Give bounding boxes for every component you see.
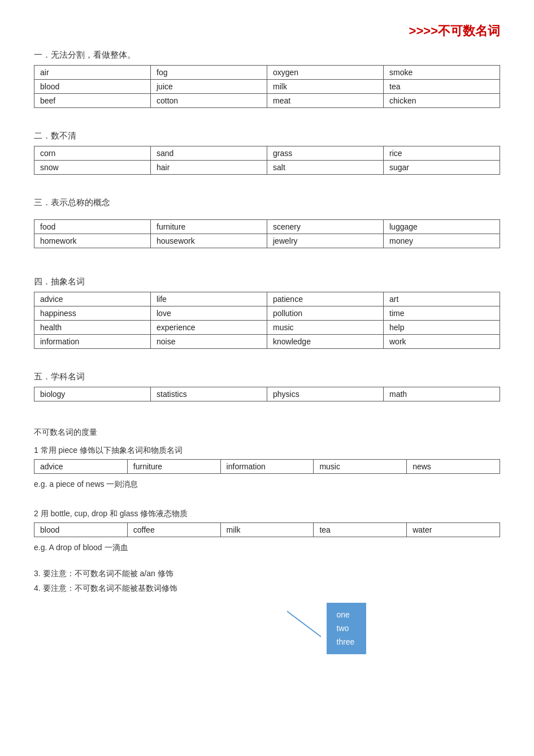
section5-heading: 五．学科名词: [34, 371, 500, 382]
table-cell: tea: [314, 523, 407, 537]
table-cell: health: [34, 321, 151, 335]
table-cell: food: [34, 220, 151, 234]
table-cell: smoke: [384, 66, 500, 80]
table-cell: juice: [151, 80, 267, 94]
table-cell: milk: [267, 80, 384, 94]
table-cell: love: [151, 306, 267, 321]
table-cell: furniture: [151, 220, 267, 234]
table-cell: corn: [34, 146, 151, 161]
table-cell: music: [314, 460, 407, 474]
arrow-box-container: onetwothree: [34, 603, 500, 654]
table-cell: oxygen: [267, 66, 384, 80]
section2-heading: 二．数不清: [34, 131, 500, 141]
table-cell: coffee: [127, 523, 220, 537]
measure-sub1-example: e.g. a piece of news 一则消息: [34, 479, 500, 490]
table-cell: life: [151, 292, 267, 306]
table-cell: grass: [267, 146, 384, 161]
measure-sub2-table: bloodcoffeemilkteawater: [34, 522, 500, 537]
table-cell: pollution: [267, 306, 384, 321]
section1-heading: 一．无法分割，看做整体。: [34, 50, 500, 61]
table-cell: knowledge: [267, 335, 384, 349]
table-cell: experience: [151, 321, 267, 335]
table-cell: happiness: [34, 306, 151, 321]
table-cell: furniture: [127, 460, 220, 474]
table-cell: meat: [267, 94, 384, 108]
section1-table: airfogoxygensmokebloodjuicemilkteabeefco…: [34, 65, 500, 108]
section3-table: foodfurnituresceneryluggagehomeworkhouse…: [34, 219, 500, 248]
table-cell: sugar: [384, 161, 500, 175]
table-cell: physics: [267, 387, 384, 401]
table-cell: biology: [34, 387, 151, 401]
table-cell: tea: [384, 80, 500, 94]
section3-heading: 三．表示总称的概念: [34, 197, 500, 208]
table-cell: sand: [151, 146, 267, 161]
table-cell: news: [407, 460, 500, 474]
measure-sub1-table: advicefurnitureinformationmusicnews: [34, 459, 500, 474]
box-item: two: [337, 622, 356, 636]
table-cell: art: [384, 292, 500, 306]
table-cell: luggage: [384, 220, 500, 234]
table-cell: water: [407, 523, 500, 537]
table-cell: beef: [34, 94, 151, 108]
table-cell: work: [384, 335, 500, 349]
table-cell: cotton: [151, 94, 267, 108]
section4-table: advicelifepatiencearthappinesslovepollut…: [34, 292, 500, 349]
table-cell: advice: [34, 460, 128, 474]
table-cell: snow: [34, 161, 151, 175]
box-item: one: [337, 608, 356, 622]
table-cell: information: [220, 460, 314, 474]
table-cell: music: [267, 321, 384, 335]
table-cell: statistics: [151, 387, 267, 401]
table-cell: milk: [220, 523, 314, 537]
measure-sub2-label: 2 用 bottle, cup, drop 和 glass 修饰液态物质: [34, 509, 500, 519]
measure-sub2-example: e.g. A drop of blood 一滴血: [34, 543, 500, 553]
table-cell: blood: [34, 80, 151, 94]
table-cell: advice: [34, 292, 151, 306]
table-cell: patience: [267, 292, 384, 306]
table-cell: scenery: [267, 220, 384, 234]
section5-table: biologystatisticsphysicsmath: [34, 387, 500, 401]
table-cell: money: [384, 234, 500, 248]
note3-text: 3. 要注意：不可数名词不能被 a/an 修饰: [34, 569, 500, 579]
section4-heading: 四．抽象名词: [34, 277, 500, 287]
table-cell: chicken: [384, 94, 500, 108]
numbered-box: onetwothree: [327, 603, 366, 654]
svg-line-0: [287, 611, 321, 637]
table-cell: time: [384, 306, 500, 321]
page-title: >>>>不可数名词: [34, 23, 500, 40]
table-cell: help: [384, 321, 500, 335]
table-cell: hair: [151, 161, 267, 175]
section2-table: cornsandgrassricesnowhairsaltsugar: [34, 146, 500, 175]
measure-heading: 不可数名词的度量: [34, 427, 500, 438]
table-cell: housework: [151, 234, 267, 248]
table-cell: blood: [34, 523, 128, 537]
table-cell: air: [34, 66, 151, 80]
table-cell: noise: [151, 335, 267, 349]
table-cell: homework: [34, 234, 151, 248]
table-cell: jewelry: [267, 234, 384, 248]
table-cell: math: [384, 387, 500, 401]
arrow-svg: [281, 608, 327, 642]
table-cell: fog: [151, 66, 267, 80]
table-cell: information: [34, 335, 151, 349]
measure-sub1-label: 1 常用 piece 修饰以下抽象名词和物质名词: [34, 446, 500, 456]
box-item: three: [337, 636, 356, 649]
table-cell: salt: [267, 161, 384, 175]
table-cell: rice: [384, 146, 500, 161]
note4-text: 4. 要注意：不可数名词不能被基数词修饰: [34, 584, 500, 594]
